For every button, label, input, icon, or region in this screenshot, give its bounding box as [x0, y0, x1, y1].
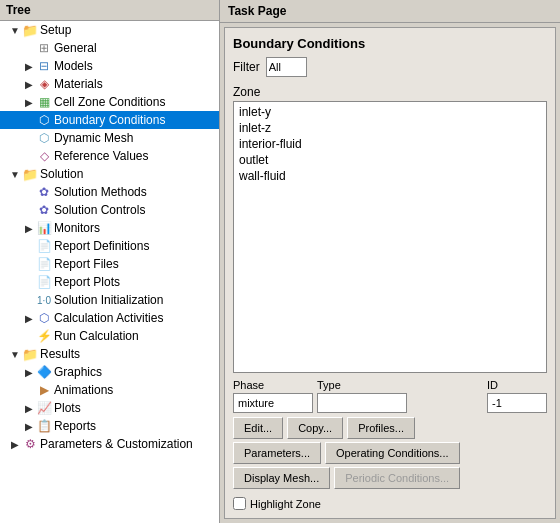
toggle-calc-act[interactable]: ▶ [22, 313, 36, 324]
icon-report-files: 📄 [36, 256, 52, 272]
toggle-setup[interactable]: ▼ [8, 25, 22, 36]
tree-item-models[interactable]: ▶ ⊟ Models [0, 57, 219, 75]
phase-type-row: Phase mixture air water Type ID [233, 379, 547, 413]
toggle-cellzone[interactable]: ▶ [22, 97, 36, 108]
profiles-button[interactable]: Profiles... [347, 417, 415, 439]
zone-interior-fluid[interactable]: interior-fluid [236, 136, 544, 152]
label-report-plots: Report Plots [54, 275, 120, 289]
tree-item-animations[interactable]: ▶ Animations [0, 381, 219, 399]
tree-item-graphics[interactable]: ▶ 🔷 Graphics [0, 363, 219, 381]
tree-item-boundary[interactable]: ⬡ Boundary Conditions [0, 111, 219, 129]
operating-conditions-button[interactable]: Operating Conditions... [325, 442, 460, 464]
highlight-zone-row: Highlight Zone [233, 497, 547, 510]
type-select[interactable] [317, 393, 407, 413]
filter-select[interactable]: All Inlet Outlet Wall Interior [266, 57, 307, 77]
highlight-zone-checkbox[interactable] [233, 497, 246, 510]
tree-item-plots[interactable]: ▶ 📈 Plots [0, 399, 219, 417]
tree-item-reference[interactable]: ◇ Reference Values [0, 147, 219, 165]
icon-report-plots: 📄 [36, 274, 52, 290]
label-reference: Reference Values [54, 149, 149, 163]
icon-boundary: ⬡ [36, 112, 52, 128]
tree-item-sol-controls[interactable]: ✿ Solution Controls [0, 201, 219, 219]
section-title: Boundary Conditions [233, 36, 547, 51]
icon-plots: 📈 [36, 400, 52, 416]
zone-inlet-z[interactable]: inlet-z [236, 120, 544, 136]
tree-item-report-plots[interactable]: 📄 Report Plots [0, 273, 219, 291]
tree-panel: Tree ▼ 📁 Setup ⊞ General ▶ ⊟ Models ▶ ◈ … [0, 0, 220, 523]
label-boundary: Boundary Conditions [54, 113, 165, 127]
toggle-solution[interactable]: ▼ [8, 169, 22, 180]
id-input[interactable] [487, 393, 547, 413]
tree-item-report-defs[interactable]: 📄 Report Definitions [0, 237, 219, 255]
tree-item-report-files[interactable]: 📄 Report Files [0, 255, 219, 273]
tree-item-run-calc[interactable]: ⚡ Run Calculation [0, 327, 219, 345]
label-plots: Plots [54, 401, 81, 415]
toggle-models[interactable]: ▶ [22, 61, 36, 72]
tree-item-results[interactable]: ▼ 📁 Results [0, 345, 219, 363]
zone-list[interactable]: inlet-y inlet-z interior-fluid outlet wa… [233, 101, 547, 373]
edit-button[interactable]: Edit... [233, 417, 283, 439]
label-report-defs: Report Definitions [54, 239, 149, 253]
label-reports: Reports [54, 419, 96, 433]
toggle-graphics[interactable]: ▶ [22, 367, 36, 378]
toggle-plots[interactable]: ▶ [22, 403, 36, 414]
tree-item-materials[interactable]: ▶ ◈ Materials [0, 75, 219, 93]
label-setup: Setup [40, 23, 71, 37]
parameters-button[interactable]: Parameters... [233, 442, 321, 464]
folder-icon-setup: 📁 [22, 22, 38, 38]
display-mesh-button[interactable]: Display Mesh... [233, 467, 330, 489]
icon-cellzone: ▦ [36, 94, 52, 110]
label-graphics: Graphics [54, 365, 102, 379]
label-animations: Animations [54, 383, 113, 397]
label-results: Results [40, 347, 80, 361]
zone-wall-fluid[interactable]: wall-fluid [236, 168, 544, 184]
icon-graphics: 🔷 [36, 364, 52, 380]
tree-item-sol-methods[interactable]: ✿ Solution Methods [0, 183, 219, 201]
tree-item-dynamic[interactable]: ⬡ Dynamic Mesh [0, 129, 219, 147]
icon-run-calc: ⚡ [36, 328, 52, 344]
tree-header: Tree [0, 0, 219, 21]
task-panel: Task Page Boundary Conditions Filter All… [220, 0, 560, 523]
copy-button[interactable]: Copy... [287, 417, 343, 439]
task-content: Boundary Conditions Filter All Inlet Out… [224, 27, 556, 519]
label-dynamic: Dynamic Mesh [54, 131, 133, 145]
label-run-calc: Run Calculation [54, 329, 139, 343]
tree-item-params[interactable]: ▶ ⚙ Parameters & Customization [0, 435, 219, 453]
left-buttons: Edit... Copy... Profiles... Parameters..… [233, 417, 460, 489]
tree-item-setup[interactable]: ▼ 📁 Setup [0, 21, 219, 39]
tree-item-solution[interactable]: ▼ 📁 Solution [0, 165, 219, 183]
icon-reference: ◇ [36, 148, 52, 164]
icon-models: ⊟ [36, 58, 52, 74]
label-report-files: Report Files [54, 257, 119, 271]
zone-outlet[interactable]: outlet [236, 152, 544, 168]
icon-sol-init: 1·0 [36, 292, 52, 308]
phase-group: Phase mixture air water [233, 379, 313, 413]
tree-item-monitors[interactable]: ▶ 📊 Monitors [0, 219, 219, 237]
toggle-params[interactable]: ▶ [8, 439, 22, 450]
toggle-reports[interactable]: ▶ [22, 421, 36, 432]
label-solution: Solution [40, 167, 83, 181]
tree-item-cellzone[interactable]: ▶ ▦ Cell Zone Conditions [0, 93, 219, 111]
folder-icon-results: 📁 [22, 346, 38, 362]
tree-item-calc-act[interactable]: ▶ ⬡ Calculation Activities [0, 309, 219, 327]
type-group: Type [317, 379, 407, 413]
zone-label: Zone [233, 85, 547, 99]
folder-icon-solution: 📁 [22, 166, 38, 182]
tree-item-sol-init[interactable]: 1·0 Solution Initialization [0, 291, 219, 309]
toggle-monitors[interactable]: ▶ [22, 223, 36, 234]
toggle-results[interactable]: ▼ [8, 349, 22, 360]
label-params: Parameters & Customization [40, 437, 193, 451]
tree-item-general[interactable]: ⊞ General [0, 39, 219, 57]
icon-sol-methods: ✿ [36, 184, 52, 200]
zone-inlet-y[interactable]: inlet-y [236, 104, 544, 120]
label-general: General [54, 41, 97, 55]
label-materials: Materials [54, 77, 103, 91]
periodic-conditions-button[interactable]: Periodic Conditions... [334, 467, 460, 489]
tree-item-reports[interactable]: ▶ 📋 Reports [0, 417, 219, 435]
task-page-header: Task Page [220, 0, 560, 23]
phase-select[interactable]: mixture air water [233, 393, 313, 413]
bottom-section: Phase mixture air water Type ID [233, 379, 547, 510]
label-sol-methods: Solution Methods [54, 185, 147, 199]
label-sol-init: Solution Initialization [54, 293, 163, 307]
toggle-materials[interactable]: ▶ [22, 79, 36, 90]
